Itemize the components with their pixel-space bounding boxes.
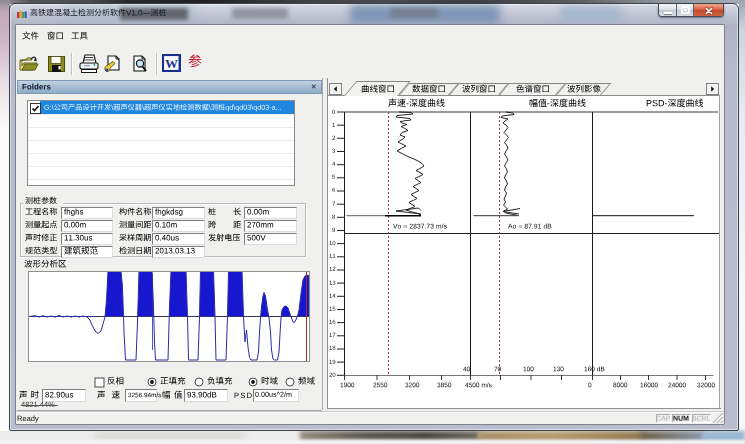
svg-text:W: W <box>165 56 178 71</box>
